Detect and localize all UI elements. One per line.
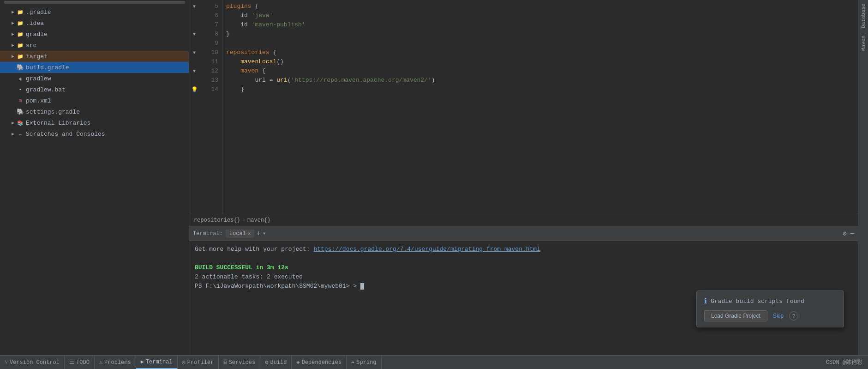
terminal-dropdown[interactable]: ▾	[263, 230, 266, 237]
status-todo[interactable]: ☰ TODO	[65, 356, 95, 369]
skip-button[interactable]: Skip	[771, 311, 785, 321]
ext-lib-icon: 📚	[17, 119, 24, 127]
sidebar-item-scratches[interactable]: ▶ ✏ Scratches and Consoles	[0, 128, 189, 139]
sidebar-item-gradlew[interactable]: ◈ gradlew	[0, 73, 189, 84]
terminal-tab-close[interactable]: ✕	[248, 230, 251, 236]
help-button[interactable]: ?	[789, 311, 798, 321]
breadcrumb-child: maven{}	[247, 217, 270, 224]
folder-icon: 📁	[17, 53, 24, 60]
status-build[interactable]: ⚙ Build	[260, 356, 292, 369]
right-panel: Database Maven	[858, 0, 868, 355]
fold-gutter-12[interactable]: ▼	[189, 67, 199, 76]
sidebar-item-src[interactable]: ▶ 📁 src	[0, 40, 189, 51]
sidebar-item-external-libraries[interactable]: ▶ 📚 External Libraries	[0, 117, 189, 128]
sidebar-item-gradle-folder[interactable]: ▶ 📁 gradle	[0, 29, 189, 40]
terminal-cursor	[360, 283, 364, 290]
gutter-11	[189, 57, 199, 67]
right-panel-database[interactable]: Database	[860, 0, 867, 32]
status-problems[interactable]: ⚠ Problems	[95, 356, 136, 369]
arrow-icon: ▶	[9, 19, 17, 27]
status-version-control-label: Version Control	[10, 359, 60, 366]
status-profiler[interactable]: ◎ Profiler	[178, 356, 219, 369]
status-services[interactable]: ⊟ Services	[219, 356, 260, 369]
status-spring[interactable]: ❧ Spring	[347, 356, 381, 369]
status-terminal[interactable]: ▶ Terminal	[136, 356, 178, 369]
folder-icon: 📁	[17, 42, 24, 49]
gutter-9	[189, 39, 199, 48]
code-content[interactable]: plugins { id 'java' id 'maven-publish' }	[222, 0, 858, 214]
sidebar-item-label: gradle	[26, 31, 48, 38]
arrow-icon: ▶	[9, 130, 17, 138]
terminal-minimize-icon[interactable]: ─	[850, 230, 854, 237]
arrow-spacer	[9, 97, 17, 104]
gradle-file-icon: 🐘	[17, 64, 24, 71]
sidebar-item-gradle[interactable]: ▶ 📁 .gradle	[0, 6, 189, 18]
status-bar: ⑂ Version Control ☰ TODO ⚠ Problems ▶ Te…	[0, 355, 868, 369]
terminal-settings-icon[interactable]: ⚙	[843, 230, 846, 237]
sidebar-item-build-gradle[interactable]: 🐘 build.gradle	[0, 62, 189, 73]
notification-actions: Load Gradle Project Skip ?	[704, 310, 836, 321]
arrow-spacer	[9, 75, 17, 82]
bulb-gutter-14[interactable]: 💡	[189, 85, 199, 94]
status-spring-label: Spring	[356, 359, 376, 366]
sidebar-item-label: gradlew.bat	[26, 86, 66, 93]
terminal-prompt-text: PS F:\1JavaWorkpath\workpath\SSM02\myweb…	[195, 283, 349, 290]
code-line-12: maven {	[226, 67, 854, 76]
status-dependencies[interactable]: ◈ Dependencies	[292, 356, 347, 369]
code-line-6: id 'java'	[226, 11, 854, 20]
gutter-icons: ▼ ▼ ▼ ▼ 💡	[189, 0, 199, 214]
arrow-icon: ▶	[9, 53, 17, 60]
gutter-13	[189, 76, 199, 85]
arrow-icon: ▶	[9, 8, 17, 16]
sidebar-item-target[interactable]: ▶ 📁 target	[0, 51, 189, 62]
fold-gutter-8[interactable]: ▼	[189, 30, 199, 39]
gutter-7	[189, 20, 199, 30]
code-editor[interactable]: ▼ ▼ ▼ ▼ 💡 5 6 7 8 9	[189, 0, 858, 214]
spring-icon: ❧	[351, 359, 354, 366]
file-tree: ▶ 📁 .gradle ▶ 📁 .idea ▶ 📁 gradle ▶ 📁 src	[0, 0, 189, 355]
sidebar-item-settings-gradle[interactable]: 🐘 settings.gradle	[0, 106, 189, 117]
code-line-10: repositories {	[226, 48, 854, 57]
gutter-6	[189, 11, 199, 20]
terminal-line-empty	[195, 254, 852, 263]
status-problems-label: Problems	[104, 359, 131, 366]
sidebar-item-label: build.gradle	[26, 64, 69, 71]
sidebar-item-gradlew-bat[interactable]: ▪ gradlew.bat	[0, 84, 189, 95]
line-numbers: 5 6 7 8 9 10 11 12 13 14	[199, 0, 222, 214]
sidebar-item-label: External Libraries	[26, 120, 90, 127]
fold-gutter-10[interactable]: ▼	[189, 48, 199, 57]
terminal-tab-name: Local	[229, 230, 246, 237]
status-version-control[interactable]: ⑂ Version Control	[0, 356, 65, 369]
terminal-success-text: BUILD SUCCESSFUL in 3m 12s	[195, 264, 288, 271]
terminal-actions: ⚙ ─	[843, 230, 854, 237]
terminal-add-button[interactable]: +	[256, 230, 261, 238]
status-terminal-label: Terminal	[146, 359, 173, 365]
status-build-label: Build	[270, 359, 287, 366]
arrow-icon: ▶	[9, 119, 17, 127]
sidebar-item-label: Scratches and Consoles	[26, 131, 105, 138]
sidebar-item-label: settings.gradle	[26, 109, 80, 115]
sidebar-item-pom-xml[interactable]: m pom.xml	[0, 95, 189, 106]
folder-icon: 📁	[17, 8, 24, 16]
sidebar-item-idea[interactable]: ▶ 📁 .idea	[0, 18, 189, 29]
build-icon: ⚙	[265, 359, 268, 366]
file-icon: ◈	[17, 75, 24, 82]
terminal-line-prompt: PS F:\1JavaWorkpath\workpath\SSM02\myweb…	[195, 282, 852, 291]
status-dependencies-label: Dependencies	[302, 359, 341, 366]
code-line-13: url = uri('https://repo.maven.apache.org…	[226, 76, 854, 85]
terminal-link[interactable]: https://docs.gradle.org/7.4/userguide/mi…	[313, 246, 540, 253]
terminal-tab-local[interactable]: Local ✕	[226, 230, 255, 238]
maven-file-icon: m	[17, 97, 24, 104]
right-panel-maven[interactable]: Maven	[860, 32, 867, 54]
fold-gutter-5[interactable]: ▼	[189, 2, 199, 11]
terminal-label: Terminal:	[193, 230, 223, 237]
terminal-header: Terminal: Local ✕ + ▾ ⚙ ─	[189, 226, 858, 241]
arrow-spacer	[9, 108, 17, 115]
sidebar-tree: ▶ 📁 .gradle ▶ 📁 .idea ▶ 📁 gradle ▶ 📁 src	[0, 5, 189, 355]
settings-gradle-icon: 🐘	[17, 108, 24, 115]
profiler-icon: ◎	[182, 359, 186, 366]
breadcrumb-text: repositories{}	[194, 217, 240, 224]
terminal-line-tasks: 2 actionable tasks: 2 executed	[195, 272, 852, 282]
load-gradle-button[interactable]: Load Gradle Project	[704, 310, 767, 321]
breadcrumb-sep: ›	[242, 217, 245, 224]
